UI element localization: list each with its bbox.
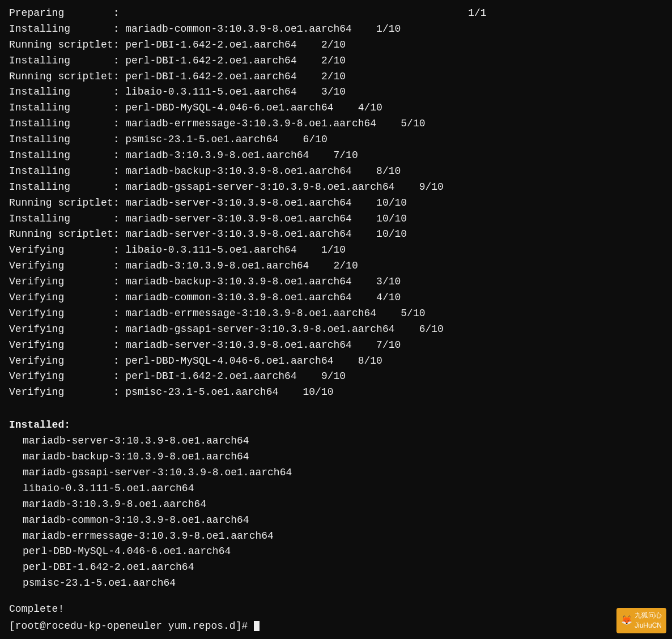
installed-header: Installed: (9, 418, 663, 433)
complete-line: Complete! (9, 602, 663, 617)
installed-item: perl-DBD-MySQL-4.046-6.oe1.aarch64 (9, 544, 663, 560)
terminal-line: Verifying : mariadb-3:10.3.9-8.oe1.aarch… (9, 258, 663, 274)
terminal-line: Running scriptlet: mariadb-server-3:10.3… (9, 227, 663, 242)
terminal-line: Verifying : perl-DBI-1.642-2.oe1.aarch64… (9, 369, 663, 385)
watermark-text: 九狐问心 (635, 611, 662, 619)
terminal-line: Installing : psmisc-23.1-5.oe1.aarch64 6… (9, 132, 663, 148)
terminal-line: Running scriptlet: perl-DBI-1.642-2.oe1.… (9, 37, 663, 53)
terminal-line: Preparing : 1/1 (9, 6, 663, 22)
installed-item: mariadb-gssapi-server-3:10.3.9-8.oe1.aar… (9, 465, 663, 481)
installed-item: mariadb-server-3:10.3.9-8.oe1.aarch64 (9, 433, 663, 449)
terminal-output: Preparing : 1/1Installing : mariadb-comm… (9, 6, 663, 634)
installed-item: mariadb-common-3:10.3.9-8.oe1.aarch64 (9, 513, 663, 529)
terminal-line: Installing : mariadb-errmessage-3:10.3.9… (9, 116, 663, 132)
cursor (254, 621, 260, 631)
terminal-line: Verifying : mariadb-backup-3:10.3.9-8.oe… (9, 274, 663, 290)
terminal-line: Verifying : psmisc-23.1-5.oe1.aarch64 10… (9, 385, 663, 401)
terminal-line: Verifying : mariadb-errmessage-3:10.3.9-… (9, 306, 663, 322)
installed-item: mariadb-3:10.3.9-8.oe1.aarch64 (9, 497, 663, 513)
terminal-line: Installing : perl-DBD-MySQL-4.046-6.oe1.… (9, 100, 663, 116)
installed-item: perl-DBI-1.642-2.oe1.aarch64 (9, 560, 663, 576)
terminal-line: Verifying : mariadb-gssapi-server-3:10.3… (9, 322, 663, 338)
installed-item: libaio-0.3.111-5.oe1.aarch64 (9, 481, 663, 497)
terminal-line: Installing : mariadb-3:10.3.9-8.oe1.aarc… (9, 148, 663, 164)
terminal-line: Installing : mariadb-common-3:10.3.9-8.o… (9, 22, 663, 37)
prompt-line: [root@rocedu-kp-openeuler yum.repos.d]# (9, 619, 663, 634)
watermark-subtext: JiuHuCN (635, 621, 662, 629)
terminal-line: Running scriptlet: mariadb-server-3:10.3… (9, 195, 663, 211)
terminal-line: Verifying : perl-DBD-MySQL-4.046-6.oe1.a… (9, 353, 663, 369)
terminal-line: Verifying : mariadb-common-3:10.3.9-8.oe… (9, 290, 663, 306)
terminal-line: Installing : perl-DBI-1.642-2.oe1.aarch6… (9, 53, 663, 69)
terminal-line: Verifying : libaio-0.3.111-5.oe1.aarch64… (9, 242, 663, 258)
terminal-line: Installing : mariadb-backup-3:10.3.9-8.o… (9, 164, 663, 180)
terminal-line: Running scriptlet: perl-DBI-1.642-2.oe1.… (9, 69, 663, 85)
watermark: 🦊 九狐问心 JiuHuCN (616, 608, 666, 633)
terminal-line: Installing : libaio-0.3.111-5.oe1.aarch6… (9, 84, 663, 100)
terminal-line: Installing : mariadb-server-3:10.3.9-8.o… (9, 211, 663, 227)
installed-item: psmisc-23.1-5.oe1.aarch64 (9, 576, 663, 591)
terminal-line: Installing : mariadb-gssapi-server-3:10.… (9, 180, 663, 195)
terminal-line: Verifying : mariadb-server-3:10.3.9-8.oe… (9, 338, 663, 353)
installed-item: mariadb-errmessage-3:10.3.9-8.oe1.aarch6… (9, 529, 663, 544)
watermark-icon: 🦊 (621, 614, 632, 628)
installed-item: mariadb-backup-3:10.3.9-8.oe1.aarch64 (9, 449, 663, 465)
